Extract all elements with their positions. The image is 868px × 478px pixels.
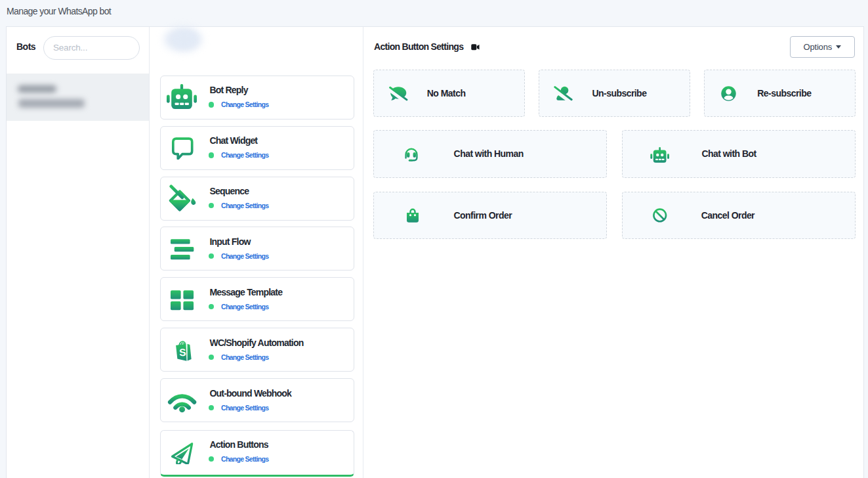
svg-text:S: S	[179, 347, 186, 358]
